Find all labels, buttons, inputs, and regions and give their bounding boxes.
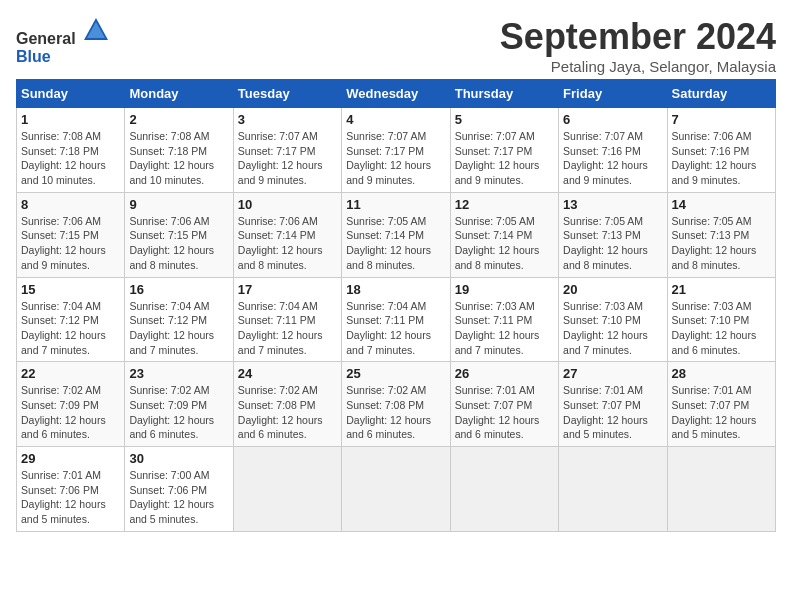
day-number: 16 (129, 282, 228, 297)
day-info: Sunrise: 7:06 AM Sunset: 7:15 PM Dayligh… (21, 214, 120, 273)
day-number: 10 (238, 197, 337, 212)
calendar-day-cell (233, 447, 341, 532)
logo-blue: Blue (16, 48, 51, 65)
day-number: 22 (21, 366, 120, 381)
calendar-day-cell: 5Sunrise: 7:07 AM Sunset: 7:17 PM Daylig… (450, 108, 558, 193)
calendar-day-cell: 25Sunrise: 7:02 AM Sunset: 7:08 PM Dayli… (342, 362, 450, 447)
day-number: 24 (238, 366, 337, 381)
calendar-day-cell (667, 447, 775, 532)
weekday-header-row: SundayMondayTuesdayWednesdayThursdayFrid… (17, 80, 776, 108)
calendar-day-cell (450, 447, 558, 532)
day-number: 12 (455, 197, 554, 212)
calendar-day-cell: 8Sunrise: 7:06 AM Sunset: 7:15 PM Daylig… (17, 192, 125, 277)
calendar-day-cell: 15Sunrise: 7:04 AM Sunset: 7:12 PM Dayli… (17, 277, 125, 362)
calendar-day-cell: 27Sunrise: 7:01 AM Sunset: 7:07 PM Dayli… (559, 362, 667, 447)
logo: General Blue (16, 16, 110, 66)
calendar-day-cell: 29Sunrise: 7:01 AM Sunset: 7:06 PM Dayli… (17, 447, 125, 532)
day-info: Sunrise: 7:02 AM Sunset: 7:08 PM Dayligh… (238, 383, 337, 442)
day-info: Sunrise: 7:02 AM Sunset: 7:09 PM Dayligh… (21, 383, 120, 442)
calendar-table: SundayMondayTuesdayWednesdayThursdayFrid… (16, 79, 776, 532)
calendar-week-row: 15Sunrise: 7:04 AM Sunset: 7:12 PM Dayli… (17, 277, 776, 362)
day-number: 15 (21, 282, 120, 297)
day-number: 20 (563, 282, 662, 297)
calendar-day-cell: 26Sunrise: 7:01 AM Sunset: 7:07 PM Dayli… (450, 362, 558, 447)
day-number: 7 (672, 112, 771, 127)
calendar-day-cell: 12Sunrise: 7:05 AM Sunset: 7:14 PM Dayli… (450, 192, 558, 277)
day-number: 17 (238, 282, 337, 297)
day-number: 2 (129, 112, 228, 127)
day-info: Sunrise: 7:07 AM Sunset: 7:17 PM Dayligh… (346, 129, 445, 188)
weekday-header: Sunday (17, 80, 125, 108)
weekday-header: Tuesday (233, 80, 341, 108)
calendar-day-cell: 23Sunrise: 7:02 AM Sunset: 7:09 PM Dayli… (125, 362, 233, 447)
title-block: September 2024 Petaling Jaya, Selangor, … (500, 16, 776, 75)
day-number: 23 (129, 366, 228, 381)
day-number: 8 (21, 197, 120, 212)
day-number: 26 (455, 366, 554, 381)
day-number: 21 (672, 282, 771, 297)
calendar-day-cell: 21Sunrise: 7:03 AM Sunset: 7:10 PM Dayli… (667, 277, 775, 362)
day-number: 27 (563, 366, 662, 381)
day-number: 1 (21, 112, 120, 127)
day-info: Sunrise: 7:05 AM Sunset: 7:14 PM Dayligh… (346, 214, 445, 273)
logo-text: General Blue (16, 16, 110, 66)
calendar-day-cell: 20Sunrise: 7:03 AM Sunset: 7:10 PM Dayli… (559, 277, 667, 362)
calendar-day-cell: 10Sunrise: 7:06 AM Sunset: 7:14 PM Dayli… (233, 192, 341, 277)
day-info: Sunrise: 7:07 AM Sunset: 7:17 PM Dayligh… (238, 129, 337, 188)
calendar-day-cell (342, 447, 450, 532)
day-number: 4 (346, 112, 445, 127)
calendar-week-row: 8Sunrise: 7:06 AM Sunset: 7:15 PM Daylig… (17, 192, 776, 277)
day-info: Sunrise: 7:00 AM Sunset: 7:06 PM Dayligh… (129, 468, 228, 527)
calendar-week-row: 22Sunrise: 7:02 AM Sunset: 7:09 PM Dayli… (17, 362, 776, 447)
calendar-day-cell: 4Sunrise: 7:07 AM Sunset: 7:17 PM Daylig… (342, 108, 450, 193)
day-info: Sunrise: 7:08 AM Sunset: 7:18 PM Dayligh… (21, 129, 120, 188)
day-info: Sunrise: 7:07 AM Sunset: 7:17 PM Dayligh… (455, 129, 554, 188)
day-number: 5 (455, 112, 554, 127)
logo-general: General (16, 30, 76, 47)
day-number: 18 (346, 282, 445, 297)
day-info: Sunrise: 7:03 AM Sunset: 7:10 PM Dayligh… (563, 299, 662, 358)
day-number: 11 (346, 197, 445, 212)
day-info: Sunrise: 7:03 AM Sunset: 7:10 PM Dayligh… (672, 299, 771, 358)
calendar-day-cell: 30Sunrise: 7:00 AM Sunset: 7:06 PM Dayli… (125, 447, 233, 532)
calendar-day-cell: 2Sunrise: 7:08 AM Sunset: 7:18 PM Daylig… (125, 108, 233, 193)
calendar-day-cell: 16Sunrise: 7:04 AM Sunset: 7:12 PM Dayli… (125, 277, 233, 362)
day-number: 13 (563, 197, 662, 212)
day-number: 25 (346, 366, 445, 381)
day-number: 30 (129, 451, 228, 466)
calendar-day-cell: 28Sunrise: 7:01 AM Sunset: 7:07 PM Dayli… (667, 362, 775, 447)
day-number: 19 (455, 282, 554, 297)
calendar-day-cell: 1Sunrise: 7:08 AM Sunset: 7:18 PM Daylig… (17, 108, 125, 193)
calendar-day-cell: 24Sunrise: 7:02 AM Sunset: 7:08 PM Dayli… (233, 362, 341, 447)
weekday-header: Monday (125, 80, 233, 108)
calendar-day-cell: 3Sunrise: 7:07 AM Sunset: 7:17 PM Daylig… (233, 108, 341, 193)
calendar-day-cell: 9Sunrise: 7:06 AM Sunset: 7:15 PM Daylig… (125, 192, 233, 277)
day-info: Sunrise: 7:02 AM Sunset: 7:08 PM Dayligh… (346, 383, 445, 442)
calendar-week-row: 1Sunrise: 7:08 AM Sunset: 7:18 PM Daylig… (17, 108, 776, 193)
calendar-day-cell: 14Sunrise: 7:05 AM Sunset: 7:13 PM Dayli… (667, 192, 775, 277)
day-info: Sunrise: 7:04 AM Sunset: 7:11 PM Dayligh… (238, 299, 337, 358)
day-info: Sunrise: 7:04 AM Sunset: 7:11 PM Dayligh… (346, 299, 445, 358)
calendar-day-cell: 17Sunrise: 7:04 AM Sunset: 7:11 PM Dayli… (233, 277, 341, 362)
day-info: Sunrise: 7:01 AM Sunset: 7:07 PM Dayligh… (563, 383, 662, 442)
day-info: Sunrise: 7:01 AM Sunset: 7:07 PM Dayligh… (455, 383, 554, 442)
location-title: Petaling Jaya, Selangor, Malaysia (500, 58, 776, 75)
day-info: Sunrise: 7:07 AM Sunset: 7:16 PM Dayligh… (563, 129, 662, 188)
day-info: Sunrise: 7:01 AM Sunset: 7:06 PM Dayligh… (21, 468, 120, 527)
calendar-day-cell (559, 447, 667, 532)
day-info: Sunrise: 7:01 AM Sunset: 7:07 PM Dayligh… (672, 383, 771, 442)
day-info: Sunrise: 7:06 AM Sunset: 7:15 PM Dayligh… (129, 214, 228, 273)
day-number: 29 (21, 451, 120, 466)
weekday-header: Wednesday (342, 80, 450, 108)
day-info: Sunrise: 7:06 AM Sunset: 7:14 PM Dayligh… (238, 214, 337, 273)
day-info: Sunrise: 7:05 AM Sunset: 7:13 PM Dayligh… (672, 214, 771, 273)
calendar-day-cell: 13Sunrise: 7:05 AM Sunset: 7:13 PM Dayli… (559, 192, 667, 277)
day-number: 6 (563, 112, 662, 127)
day-info: Sunrise: 7:04 AM Sunset: 7:12 PM Dayligh… (129, 299, 228, 358)
day-number: 9 (129, 197, 228, 212)
day-number: 14 (672, 197, 771, 212)
logo-icon (82, 16, 110, 44)
day-info: Sunrise: 7:05 AM Sunset: 7:14 PM Dayligh… (455, 214, 554, 273)
day-number: 3 (238, 112, 337, 127)
calendar-day-cell: 11Sunrise: 7:05 AM Sunset: 7:14 PM Dayli… (342, 192, 450, 277)
